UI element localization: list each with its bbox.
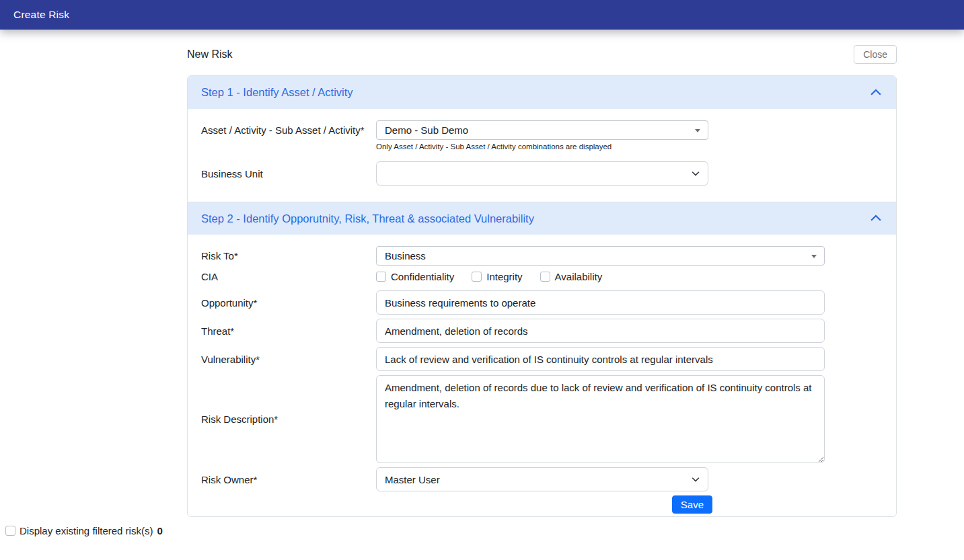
step1-title: Step 1 - Identify Asset / Activity xyxy=(201,86,353,99)
vulnerability-label: Vulnerability* xyxy=(201,354,376,365)
integrity-label: Integrity xyxy=(486,271,522,282)
save-button[interactable]: Save xyxy=(672,495,712,514)
app-title: Create Risk xyxy=(13,9,69,21)
business-unit-select[interactable] xyxy=(376,161,708,186)
cia-checkbox-group: Confidentiality Integrity Availability xyxy=(376,271,602,282)
app-header-bar: Create Risk xyxy=(0,0,964,30)
page-head: New Risk Close xyxy=(187,40,897,69)
availability-checkbox[interactable] xyxy=(540,272,550,282)
opportunity-label: Opportunity* xyxy=(201,297,376,309)
opportunity-row: Opportunity* xyxy=(201,290,883,315)
asset-activity-row: Asset / Activity - Sub Asset / Activity*… xyxy=(201,120,883,151)
integrity-option[interactable]: Integrity xyxy=(472,271,522,282)
business-unit-row: Business Unit xyxy=(201,161,883,186)
opportunity-input[interactable] xyxy=(376,290,825,315)
display-filtered-risks-row: Display existing filtered risk(s) 0 xyxy=(5,525,163,536)
risk-owner-select[interactable]: Master User xyxy=(376,467,708,491)
risk-to-selected-value: Business xyxy=(385,250,426,262)
step2-section-header[interactable]: Step 2 - Identify Opporutnity, Risk, Thr… xyxy=(188,202,896,235)
display-filtered-risks-label: Display existing filtered risk(s) xyxy=(20,525,153,536)
risk-owner-row: Risk Owner* Master User xyxy=(201,467,883,491)
risk-form-accordion: Step 1 - Identify Asset / Activity Asset… xyxy=(187,75,897,517)
chevron-up-icon[interactable] xyxy=(869,86,883,99)
cia-row: CIA Confidentiality Integrity Availabili… xyxy=(201,271,883,282)
availability-option[interactable]: Availability xyxy=(540,271,603,282)
asset-activity-label: Asset / Activity - Sub Asset / Activity* xyxy=(201,124,376,136)
vulnerability-row: Vulnerability* xyxy=(201,347,883,371)
chevron-up-icon[interactable] xyxy=(869,212,883,225)
step1-section-header[interactable]: Step 1 - Identify Asset / Activity xyxy=(188,76,896,109)
asset-activity-helper-text: Only Asset / Activity - Sub Asset / Acti… xyxy=(376,143,708,151)
dropdown-caret-icon xyxy=(811,255,817,258)
risk-to-label: Risk To* xyxy=(201,250,376,262)
confidentiality-checkbox[interactable] xyxy=(376,272,386,282)
business-unit-label: Business Unit xyxy=(201,168,376,179)
asset-activity-selected-value: Demo - Sub Demo xyxy=(385,124,468,136)
risk-to-select[interactable]: Business xyxy=(376,246,825,266)
vulnerability-input[interactable] xyxy=(376,347,825,371)
risk-to-row: Risk To* Business xyxy=(201,246,883,266)
risk-owner-label: Risk Owner* xyxy=(201,474,376,485)
availability-label: Availability xyxy=(555,271,603,282)
confidentiality-option[interactable]: Confidentiality xyxy=(376,271,454,282)
asset-activity-select[interactable]: Demo - Sub Demo xyxy=(376,120,708,140)
risk-description-textarea[interactable]: Amendment, deletion of records due to la… xyxy=(376,375,825,463)
dropdown-caret-icon xyxy=(695,129,700,132)
threat-input[interactable] xyxy=(376,319,825,343)
cia-label: CIA xyxy=(201,271,376,282)
risk-description-label: Risk Description* xyxy=(201,413,376,425)
save-row: Save xyxy=(201,495,712,514)
page-title: New Risk xyxy=(187,48,233,61)
threat-row: Threat* xyxy=(201,319,883,343)
step1-section-body: Asset / Activity - Sub Asset / Activity*… xyxy=(188,109,896,202)
step2-title: Step 2 - Identify Opporutnity, Risk, Thr… xyxy=(201,212,534,225)
close-button[interactable]: Close xyxy=(854,45,897,64)
filtered-risks-count: 0 xyxy=(157,525,162,536)
integrity-checkbox[interactable] xyxy=(472,272,482,282)
confidentiality-label: Confidentiality xyxy=(391,271,454,282)
main-content: New Risk Close Step 1 - Identify Asset /… xyxy=(187,30,897,517)
display-filtered-risks-checkbox[interactable] xyxy=(5,526,15,536)
threat-label: Threat* xyxy=(201,325,376,337)
risk-description-row: Risk Description* Amendment, deletion of… xyxy=(201,375,883,463)
step2-section-body: Risk To* Business CIA Confidentiality In… xyxy=(188,235,896,516)
